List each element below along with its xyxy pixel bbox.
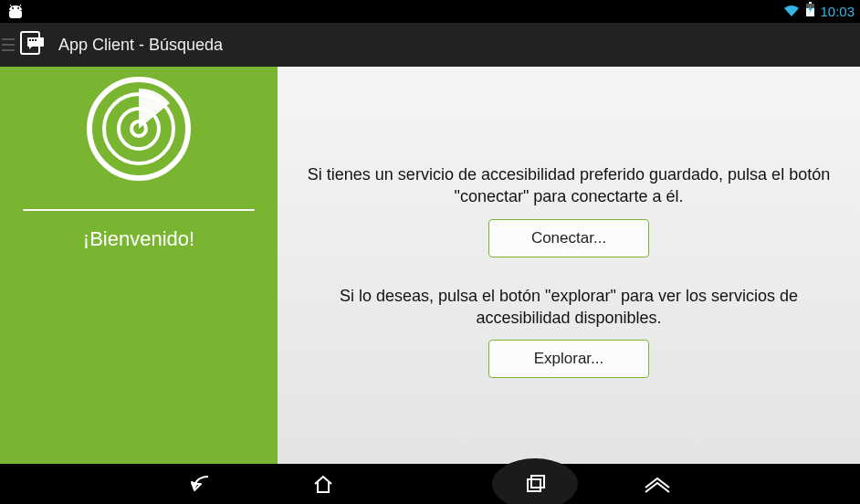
svg-rect-18 [531,476,544,488]
explore-instruction: Si lo deseas, pulsa el botón "explorar" … [304,285,834,330]
recent-apps-button[interactable] [492,458,578,504]
wifi-icon [782,3,801,21]
svg-rect-17 [528,479,540,491]
svg-rect-12 [35,39,37,41]
svg-rect-6 [809,2,812,4]
content-area: ¡Bienvenido! Si tienes un servicio de ac… [0,67,860,464]
overview-button[interactable] [643,469,672,499]
back-button[interactable] [188,469,217,499]
home-button[interactable] [309,469,338,499]
radar-icon [79,68,199,193]
explore-button[interactable]: Explorar... [488,340,649,378]
nav-bar [0,464,860,504]
action-bar: App Client - Búsqueda [0,23,860,67]
app-icon[interactable] [16,26,49,63]
svg-point-1 [12,7,14,9]
page-title: App Client - Búsqueda [58,36,223,55]
menu-icon[interactable] [2,38,15,51]
svg-point-2 [17,7,19,9]
svg-rect-10 [29,39,31,41]
side-panel: ¡Bienvenido! [0,67,278,464]
battery-icon [805,2,815,21]
connect-instruction: Si tienes un servicio de accesibilidad p… [304,163,834,208]
svg-rect-9 [27,37,44,47]
status-time: 10:03 [820,4,855,19]
main-panel: Si tienes un servicio de accesibilidad p… [278,67,860,464]
divider [23,209,255,211]
welcome-heading: ¡Bienvenido! [83,227,194,251]
status-bar: 10:03 [0,0,860,23]
android-debug-icon [4,4,27,20]
connect-button[interactable]: Conectar... [488,219,649,257]
svg-rect-0 [9,10,22,18]
svg-rect-11 [32,39,34,41]
